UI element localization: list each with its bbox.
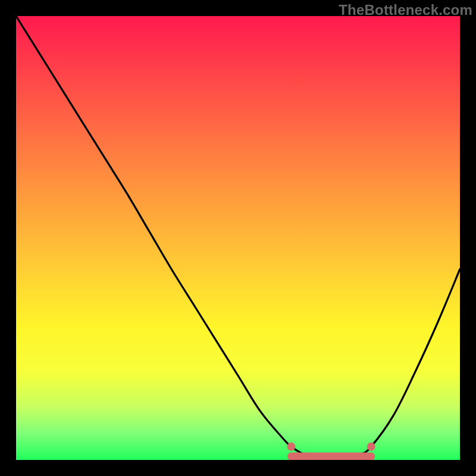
fit-start-dot [287, 443, 296, 451]
bottom-border [16, 460, 460, 476]
chart-svg [16, 16, 460, 460]
chart-plot-area [16, 16, 460, 460]
bottleneck-curve [16, 16, 460, 458]
fit-end-dot [367, 443, 375, 451]
chart-frame: TheBottleneck.com [0, 0, 476, 476]
watermark-text: TheBottleneck.com [339, 2, 472, 18]
